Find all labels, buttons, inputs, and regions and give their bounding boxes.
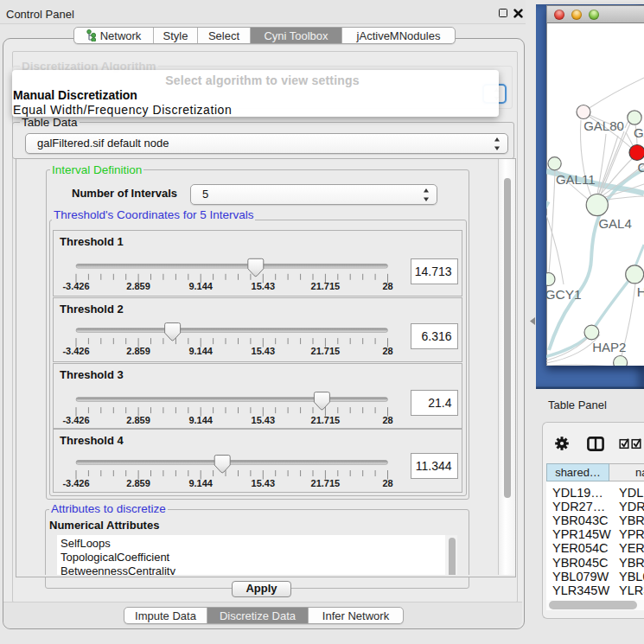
svg-text:2.859: 2.859: [126, 345, 150, 355]
svg-text:15.43: 15.43: [252, 345, 276, 355]
svg-text:9.144: 9.144: [188, 414, 213, 424]
svg-text:21.715: 21.715: [311, 281, 341, 291]
svg-text:28: 28: [382, 345, 392, 355]
svg-text:28: 28: [382, 281, 392, 291]
svg-text:2.859: 2.859: [126, 281, 150, 291]
svg-text:28: 28: [382, 477, 392, 488]
svg-text:-3.426: -3.426: [62, 477, 89, 488]
svg-text:15.43: 15.43: [252, 281, 276, 291]
svg-text:21.715: 21.715: [311, 414, 341, 424]
svg-text:H: H: [637, 284, 644, 299]
svg-text:9.144: 9.144: [188, 345, 213, 355]
svg-text:9.144: 9.144: [188, 477, 213, 488]
svg-text:GCY1: GCY1: [546, 287, 582, 302]
svg-text:-3.426: -3.426: [62, 281, 89, 291]
svg-text:GAL4: GAL4: [598, 216, 631, 231]
svg-text:-3.426: -3.426: [62, 414, 89, 424]
svg-text:GA: GA: [634, 125, 644, 140]
svg-text:GAL11: GAL11: [556, 172, 596, 187]
svg-text:HAP2: HAP2: [592, 340, 626, 354]
svg-text:2.859: 2.859: [126, 477, 150, 488]
svg-text:28: 28: [382, 414, 392, 424]
svg-text:9.144: 9.144: [188, 281, 213, 291]
svg-text:GAL80: GAL80: [583, 118, 624, 133]
svg-text:C: C: [638, 160, 644, 175]
svg-text:15.43: 15.43: [252, 414, 276, 424]
svg-text:21.715: 21.715: [311, 477, 341, 488]
svg-text:2.859: 2.859: [126, 414, 150, 424]
svg-text:21.715: 21.715: [311, 345, 341, 355]
svg-text:-3.426: -3.426: [62, 345, 89, 355]
svg-text:15.43: 15.43: [252, 477, 276, 488]
